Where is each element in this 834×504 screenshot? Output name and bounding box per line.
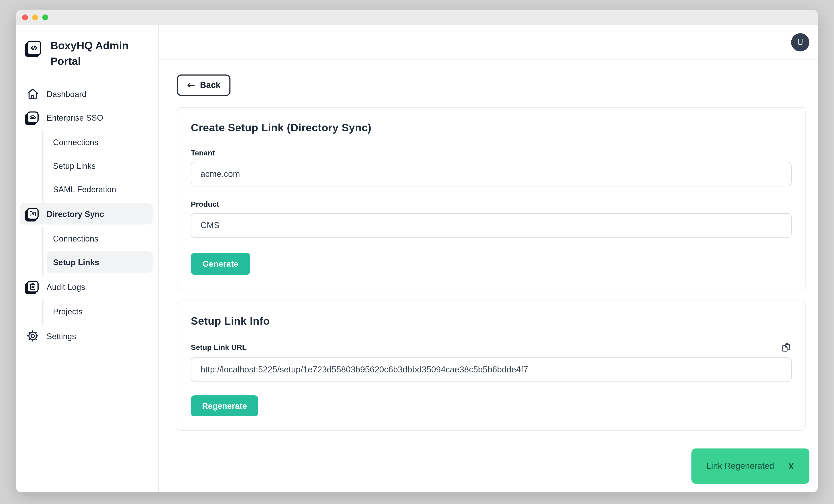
sidebar-item-label: Enterprise SSO bbox=[47, 113, 103, 122]
arrow-left-icon: ← bbox=[187, 80, 195, 90]
close-window-button[interactable] bbox=[22, 14, 28, 20]
generate-button[interactable]: Generate bbox=[191, 253, 250, 275]
boxyhq-code-keycap-icon bbox=[27, 41, 41, 55]
sidebar-subitem-projects[interactable]: Projects bbox=[47, 301, 153, 322]
back-button[interactable]: ← Back bbox=[177, 74, 231, 96]
regenerate-button[interactable]: Regenerate bbox=[191, 395, 258, 416]
sidebar-item-label: Directory Sync bbox=[47, 209, 104, 218]
minimize-window-button[interactable] bbox=[32, 14, 38, 20]
card-title: Create Setup Link (Directory Sync) bbox=[191, 121, 792, 134]
sidebar-item-directory-sync[interactable]: Directory Sync bbox=[20, 203, 153, 224]
app-window: BoxyHQ Admin Portal Dashboard bbox=[16, 9, 818, 492]
product-label: Product bbox=[191, 200, 792, 208]
folder-sync-keycap-icon bbox=[26, 208, 40, 220]
card-title: Setup Link Info bbox=[191, 315, 792, 327]
desktop: BoxyHQ Admin Portal Dashboard bbox=[0, 0, 834, 504]
sidebar-subitem-saml-federation[interactable]: SAML Federation bbox=[47, 178, 153, 200]
app-title: BoxyHQ Admin Portal bbox=[50, 38, 131, 69]
audit-logs-subnav: Projects bbox=[42, 299, 153, 325]
sidebar-subitem-sso-setup-links[interactable]: Setup Links bbox=[47, 155, 153, 176]
app-body: BoxyHQ Admin Portal Dashboard bbox=[16, 25, 818, 492]
setup-link-url-row: Setup Link URL bbox=[191, 342, 792, 352]
sidebar-subitem-sso-connections[interactable]: Connections bbox=[47, 131, 153, 153]
sidebar-item-label: Settings bbox=[47, 331, 76, 341]
window-titlebar bbox=[16, 9, 818, 25]
product-input[interactable] bbox=[191, 213, 792, 238]
setup-link-info-card: Setup Link Info Setup Link URL bbox=[177, 301, 806, 431]
sso-cloud-key-keycap-icon bbox=[26, 112, 40, 123]
copy-icon[interactable] bbox=[781, 342, 792, 352]
sidebar-item-dashboard[interactable]: Dashboard bbox=[20, 83, 153, 105]
sidebar-item-label: Dashboard bbox=[47, 89, 86, 98]
setup-link-url-label: Setup Link URL bbox=[191, 343, 246, 351]
avatar[interactable]: U bbox=[791, 33, 809, 51]
sidebar-nav: Dashboard Enterprise SSO bbox=[20, 83, 153, 349]
clipboard-keycap-icon bbox=[26, 281, 40, 293]
gear-icon bbox=[26, 329, 40, 342]
sidebar-subitem-dsync-connections[interactable]: Connections bbox=[47, 228, 153, 249]
back-button-label: Back bbox=[200, 80, 220, 90]
main-area: U ← Back Create Setup Link (Directory Sy… bbox=[159, 25, 818, 492]
tenant-input[interactable] bbox=[191, 162, 792, 186]
tenant-label: Tenant bbox=[191, 148, 792, 157]
zoom-window-button[interactable] bbox=[42, 14, 48, 20]
sidebar: BoxyHQ Admin Portal Dashboard bbox=[16, 25, 159, 492]
app-logo[interactable]: BoxyHQ Admin Portal bbox=[20, 35, 153, 69]
toast-notification: Link Regenerated X bbox=[692, 449, 809, 484]
toast-close-button[interactable]: X bbox=[789, 462, 794, 471]
sidebar-item-label: Audit Logs bbox=[47, 282, 85, 291]
directory-sync-subnav: Connections Setup Links bbox=[42, 227, 153, 276]
sidebar-item-audit-logs[interactable]: Audit Logs bbox=[20, 276, 153, 297]
sidebar-item-enterprise-sso[interactable]: Enterprise SSO bbox=[20, 107, 153, 128]
toast-message: Link Regenerated bbox=[706, 461, 774, 471]
home-icon bbox=[26, 87, 40, 100]
page-content: ← Back Create Setup Link (Directory Sync… bbox=[159, 60, 818, 492]
enterprise-sso-subnav: Connections Setup Links SAML Federation bbox=[42, 130, 153, 203]
setup-link-url-input[interactable] bbox=[191, 357, 792, 382]
sidebar-item-settings[interactable]: Settings bbox=[20, 325, 153, 347]
sidebar-subitem-dsync-setup-links[interactable]: Setup Links bbox=[47, 251, 153, 273]
create-setup-link-card: Create Setup Link (Directory Sync) Tenan… bbox=[177, 107, 806, 289]
top-header: U bbox=[159, 25, 818, 60]
